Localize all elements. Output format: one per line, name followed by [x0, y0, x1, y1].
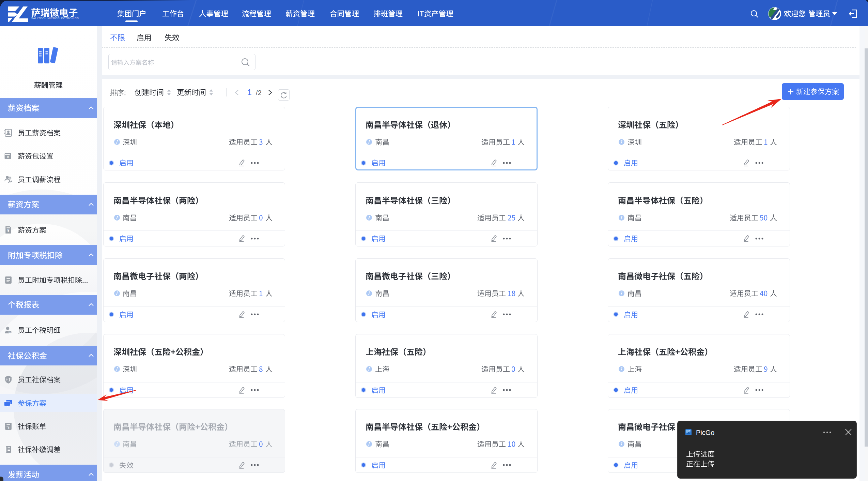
svg-text:¥: ¥ — [8, 426, 10, 430]
svg-text:¥: ¥ — [7, 155, 9, 159]
svg-text:¥: ¥ — [7, 228, 10, 232]
svg-text:@: @ — [9, 331, 11, 333]
